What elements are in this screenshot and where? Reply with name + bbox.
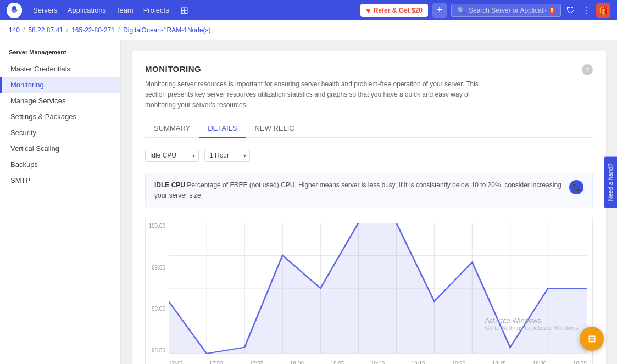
y-label-0: 100.00 bbox=[148, 223, 165, 229]
time-filter-wrapper: 1 Hour 6 Hours 12 Hours 24 Hours 7 Days bbox=[204, 149, 250, 162]
sidebar: Server Management Master Credentials Mon… bbox=[0, 40, 121, 364]
sidebar-item-manage-services[interactable]: Manage Services bbox=[0, 93, 120, 109]
x-label-9: 18:30 bbox=[532, 361, 546, 364]
sidebar-item-monitoring[interactable]: Monitoring bbox=[0, 77, 120, 93]
search-bar[interactable]: 🔍 6 bbox=[451, 4, 561, 17]
card-header-left: MONITORING Monitoring server resources i… bbox=[145, 64, 486, 111]
x-label-2: 17:55 bbox=[249, 361, 263, 364]
chart-svg bbox=[169, 223, 587, 354]
nav-servers[interactable]: Servers bbox=[33, 6, 58, 14]
logo[interactable] bbox=[7, 3, 22, 18]
sidebar-item-security[interactable]: Security bbox=[0, 125, 120, 141]
nav-applications[interactable]: Applications bbox=[68, 6, 106, 14]
x-label-1: 17:50 bbox=[209, 361, 223, 364]
notification-badge: 6 bbox=[549, 6, 555, 15]
phone-icon: 📞 bbox=[569, 180, 583, 194]
breadcrumb-id[interactable]: 140 bbox=[9, 26, 20, 34]
x-label-8: 18:25 bbox=[492, 361, 506, 364]
breadcrumb-plan[interactable]: DigitalOcean-1RAM-1Node(s) bbox=[123, 26, 210, 34]
main-content: MONITORING Monitoring server resources i… bbox=[121, 40, 617, 364]
info-box: IDLE CPU Percentage of FREE (not used) C… bbox=[145, 173, 593, 208]
add-button[interactable]: + bbox=[432, 3, 447, 18]
activate-windows-subtitle: Go to Settings to activate Windows bbox=[485, 324, 579, 331]
sidebar-item-master-credentials[interactable]: Master Credentials bbox=[0, 61, 120, 77]
sidebar-section-title: Server Management bbox=[0, 49, 120, 61]
top-navigation: Servers Applications Team Projects ⊞ ♥ R… bbox=[0, 0, 617, 20]
heart-icon: ♥ bbox=[366, 6, 370, 15]
x-label-4: 18:05 bbox=[330, 361, 344, 364]
activate-windows-notice: Activate Windows Go to Settings to activ… bbox=[485, 316, 579, 331]
monitoring-tabs: SUMMARY DETAILS NEW RELIC bbox=[145, 120, 593, 138]
nav-right: ♥ Refer & Get $20 + 🔍 6 🛡 ⋮ 🎁 bbox=[360, 3, 610, 18]
nav-projects[interactable]: Projects bbox=[143, 6, 169, 14]
nav-links: Servers Applications Team Projects ⊞ bbox=[33, 3, 190, 18]
x-label-3: 18:00 bbox=[290, 361, 304, 364]
nav-team[interactable]: Team bbox=[116, 6, 134, 14]
tab-summary[interactable]: SUMMARY bbox=[145, 120, 199, 138]
chart-x-labels: 17:45 17:50 17:55 18:00 18:05 18:10 18:1… bbox=[169, 361, 587, 364]
tab-details[interactable]: DETAILS bbox=[199, 120, 246, 138]
x-label-5: 18:10 bbox=[371, 361, 385, 364]
breadcrumb-ip[interactable]: 58.22.87.41 bbox=[28, 26, 63, 34]
y-label-2: 99.00 bbox=[152, 306, 165, 312]
chart-container: 100.00 99.50 99.00 98.50 bbox=[145, 217, 593, 364]
metric-filter-wrapper: Idle CPU CPU Usage Memory Disk bbox=[145, 149, 199, 162]
main-layout: Server Management Master Credentials Mon… bbox=[0, 40, 617, 364]
fab-icon: ⊞ bbox=[588, 333, 596, 345]
refer-button[interactable]: ♥ Refer & Get $20 bbox=[360, 4, 428, 17]
x-label-6: 18:15 bbox=[412, 361, 425, 364]
info-box-text: IDLE CPU Percentage of FREE (not used) C… bbox=[154, 180, 569, 201]
breadcrumb-server[interactable]: 165-22-80-271 bbox=[71, 26, 115, 34]
card-description: Monitoring server resources is important… bbox=[145, 79, 486, 111]
chart-area bbox=[169, 223, 587, 354]
sidebar-item-vertical-scaling[interactable]: Vertical Scaling bbox=[0, 141, 120, 156]
shield-icon[interactable]: 🛡 bbox=[565, 4, 576, 16]
gift-button[interactable]: 🎁 bbox=[596, 3, 610, 18]
y-label-1: 99.50 bbox=[152, 265, 165, 271]
chart-y-labels: 100.00 99.50 99.00 98.50 bbox=[146, 223, 169, 354]
search-input[interactable] bbox=[469, 7, 546, 14]
time-filter-select[interactable]: 1 Hour 6 Hours 12 Hours 24 Hours 7 Days bbox=[204, 149, 250, 162]
info-icon[interactable]: ? bbox=[582, 64, 593, 75]
y-label-3: 98.50 bbox=[152, 348, 165, 354]
fab-button[interactable]: ⊞ bbox=[580, 327, 604, 351]
need-hand-button[interactable]: Need a hand? bbox=[604, 156, 617, 208]
grid-menu-button[interactable]: ⊞ bbox=[179, 3, 190, 18]
more-options-button[interactable]: ⋮ bbox=[581, 4, 592, 16]
sidebar-item-settings-packages[interactable]: Settings & Packages bbox=[0, 109, 120, 125]
activate-windows-title: Activate Windows bbox=[485, 316, 579, 324]
card-title: MONITORING bbox=[145, 64, 486, 74]
breadcrumb: 140 / 58.22.87.41 / 165-22-80-271 / Digi… bbox=[0, 20, 617, 40]
filters-row: Idle CPU CPU Usage Memory Disk 1 Hour 6 … bbox=[145, 149, 593, 162]
x-label-10: 18:35 bbox=[573, 361, 587, 364]
x-label-0: 17:45 bbox=[169, 361, 182, 364]
sidebar-item-smtp[interactable]: SMTP bbox=[0, 172, 120, 188]
metric-filter-select[interactable]: Idle CPU CPU Usage Memory Disk bbox=[145, 149, 199, 162]
svg-point-1 bbox=[12, 6, 16, 10]
search-icon: 🔍 bbox=[457, 7, 465, 14]
tab-new-relic[interactable]: NEW RELIC bbox=[246, 120, 303, 138]
card-header: MONITORING Monitoring server resources i… bbox=[145, 64, 593, 111]
sidebar-item-backups[interactable]: Backups bbox=[0, 156, 120, 172]
x-label-7: 18:20 bbox=[452, 361, 465, 364]
